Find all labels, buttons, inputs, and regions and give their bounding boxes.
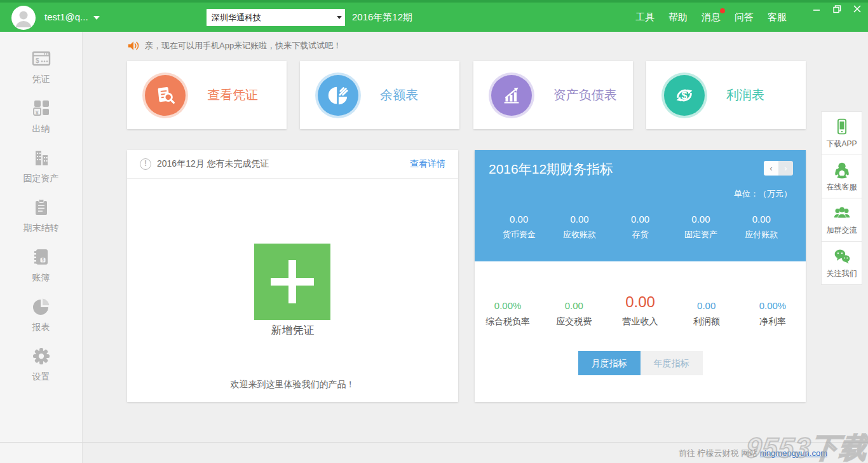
top-menu: 工具 帮助 消息 问答 客服 xyxy=(635,3,787,32)
select-arrow-icon xyxy=(337,16,342,19)
user-menu[interactable]: test1@q... xyxy=(44,3,100,32)
speaker-icon xyxy=(127,39,140,52)
svg-text:¥: ¥ xyxy=(35,109,38,116)
settings-icon xyxy=(31,346,51,366)
sidebar-item-label: 期末结转 xyxy=(24,223,59,234)
balance-sheet-card[interactable]: 余额表 xyxy=(300,61,459,129)
menu-item-messages[interactable]: 消息 xyxy=(702,11,721,24)
sidebar-item-cashier[interactable]: ¥ 出纳 xyxy=(0,92,82,141)
stat-payables: 0.00 应付账款 xyxy=(731,214,792,240)
follow-us-button[interactable]: 关注我们 xyxy=(821,241,862,285)
alert-icon: ! xyxy=(140,158,151,170)
sidebar-item-period-end[interactable]: 期末结转 xyxy=(0,191,82,240)
window-controls xyxy=(811,2,863,16)
join-group-button[interactable]: 加群交流 xyxy=(821,198,862,242)
restore-icon[interactable] xyxy=(831,4,843,14)
sidebar-item-label: 设置 xyxy=(32,371,50,383)
stat-taxes-payable: 0.00 应交税费 xyxy=(541,300,607,328)
quick-card-label: 利润表 xyxy=(726,86,764,104)
view-voucher-card[interactable]: 查看凭证 xyxy=(127,61,287,129)
footer: 前往 柠檬云财税 网站 ningmengyun.com xyxy=(0,442,868,463)
wechat-icon xyxy=(833,247,851,265)
profit-icon: $ xyxy=(664,75,705,116)
sidebar-item-reports[interactable]: 报表 xyxy=(0,290,82,340)
online-support-button[interactable]: 在线客服 xyxy=(821,155,862,198)
menu-item-tools[interactable]: 工具 xyxy=(635,11,654,24)
sidebar-item-label: 凭证 xyxy=(32,74,50,85)
sidebar-item-fixed-assets[interactable]: 固定资产 xyxy=(0,141,82,191)
stat-inventory: 0.00 存货 xyxy=(610,214,670,240)
user-label: test1@q... xyxy=(44,11,88,22)
phone-icon xyxy=(833,118,851,135)
fixed-assets-icon xyxy=(31,148,51,168)
chevron-down-icon xyxy=(93,16,100,20)
qq-icon xyxy=(833,161,851,179)
voucher-alert-text: 2016年12月 您有未完成凭证 xyxy=(157,158,269,170)
sidebar-item-ledger[interactable]: $ 账簿 xyxy=(0,240,82,290)
top-bar: test1@q... 深圳华通科技 2016年第12期 工具 帮助 消息 问答 … xyxy=(0,0,868,32)
view-details-link[interactable]: 查看详情 xyxy=(410,158,445,170)
stat-operating-revenue: 0.00 营业收入 xyxy=(607,293,673,328)
period-pager: ‹ › xyxy=(764,161,793,176)
avatar[interactable] xyxy=(11,6,36,30)
group-icon xyxy=(833,204,851,222)
sidebar-item-label: 报表 xyxy=(32,322,50,333)
menu-item-qa[interactable]: 问答 xyxy=(735,11,754,24)
tab-monthly-indicators[interactable]: 月度指标 xyxy=(578,351,641,375)
indicator-blue-section: 2016年12期财务指标 ‹ › 单位：（万元） 0.00 货币资金 0.00 … xyxy=(475,150,806,261)
asset-liability-card[interactable]: 资产负债表 xyxy=(473,61,633,129)
sidebar-item-voucher[interactable]: $ 凭证 xyxy=(0,42,82,92)
cashier-icon: ¥ xyxy=(31,98,51,118)
period-end-icon xyxy=(31,197,51,218)
quick-card-label: 余额表 xyxy=(380,86,418,104)
next-period-icon[interactable]: › xyxy=(778,161,793,176)
sidebar-item-label: 出纳 xyxy=(32,123,50,135)
balance-sheet-icon xyxy=(318,75,358,116)
menu-item-help[interactable]: 帮助 xyxy=(668,11,688,24)
stat-tax-burden-rate: 0.00% 综合税负率 xyxy=(475,300,541,328)
voucher-icon: $ xyxy=(31,48,51,69)
period-label: 2016年第12期 xyxy=(352,3,412,32)
sidebar-item-label: 固定资产 xyxy=(24,173,59,184)
profit-card[interactable]: $ 利润表 xyxy=(646,61,806,129)
notice-text: 亲，现在可以用手机App来记账啦，快来下载试试吧！ xyxy=(145,40,341,52)
download-app-button[interactable]: 下载APP xyxy=(821,111,862,155)
float-label: 在线客服 xyxy=(827,182,857,193)
voucher-panel-header: ! 2016年12月 您有未完成凭证 查看详情 xyxy=(127,150,458,179)
prev-period-icon[interactable]: ‹ xyxy=(764,161,778,176)
welcome-text: 欢迎来到这里体验我们的产品！ xyxy=(127,379,458,390)
stat-receivables: 0.00 应收账款 xyxy=(549,214,609,240)
svg-text:$: $ xyxy=(681,89,687,100)
asset-liability-icon xyxy=(491,75,532,116)
quick-cards-row: 查看凭证 余额表 xyxy=(127,61,806,129)
site-link[interactable]: ningmengyun.com xyxy=(760,448,827,458)
voucher-panel: ! 2016年12月 您有未完成凭证 查看详情 新增凭证 欢迎来到这里体验我们的… xyxy=(127,150,458,402)
footer-text: 前往 柠檬云财税 网站 ningmengyun.com xyxy=(679,448,827,459)
menu-item-support[interactable]: 客服 xyxy=(768,11,787,24)
financial-indicator-panel: 2016年12期财务指标 ‹ › 单位：（万元） 0.00 货币资金 0.00 … xyxy=(475,150,806,402)
ledger-icon: $ xyxy=(31,247,51,267)
close-icon[interactable] xyxy=(851,4,863,14)
quick-card-label: 资产负债表 xyxy=(553,86,617,104)
sidebar-item-label: 账簿 xyxy=(32,272,50,284)
notification-badge xyxy=(720,8,725,13)
tab-yearly-indicators[interactable]: 年度指标 xyxy=(641,351,703,375)
indicator-tabs: 月度指标 年度指标 xyxy=(475,351,806,375)
app-notice: 亲，现在可以用手机App来记账啦，快来下载试试吧！ xyxy=(127,39,341,52)
float-label: 下载APP xyxy=(826,139,857,149)
float-label: 关注我们 xyxy=(827,268,857,279)
sidebar-item-settings[interactable]: 设置 xyxy=(0,340,82,389)
company-select-value: 深圳华通科技 xyxy=(212,13,261,22)
add-voucher-button[interactable] xyxy=(254,244,330,320)
svg-text:$: $ xyxy=(36,57,39,64)
quick-card-label: 查看凭证 xyxy=(207,86,258,104)
view-voucher-icon xyxy=(145,75,186,116)
stat-profit: 0.00 利润额 xyxy=(674,300,740,328)
secondary-stats-row: 0.00% 综合税负率 0.00 应交税费 0.00 营业收入 0.00 利润额… xyxy=(475,293,806,328)
app-window: test1@q... 深圳华通科技 2016年第12期 工具 帮助 消息 问答 … xyxy=(0,0,868,463)
report-icon xyxy=(31,296,51,317)
company-select[interactable]: 深圳华通科技 xyxy=(207,9,345,26)
footer-prefix: 前往 柠檬云财税 网站 xyxy=(679,448,760,458)
minimize-icon[interactable] xyxy=(811,4,822,14)
indicator-title: 2016年12期财务指标 xyxy=(489,160,792,178)
